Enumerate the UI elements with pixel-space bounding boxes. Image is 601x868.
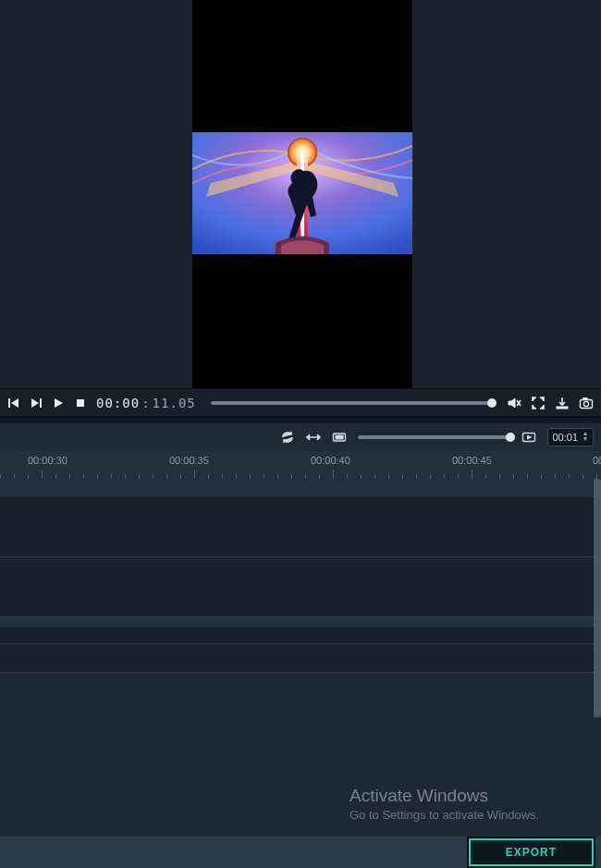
footer-bar: EXPORT — [0, 837, 601, 868]
mute-button[interactable] — [507, 396, 521, 410]
video-track-1[interactable] — [0, 497, 601, 556]
fit-width-icon[interactable] — [306, 430, 321, 445]
svg-marker-6 — [31, 398, 39, 408]
stop-button[interactable] — [74, 397, 87, 410]
ruler-label: 00:00:40 — [311, 455, 350, 466]
ruler-label: 00 — [593, 455, 601, 466]
timecode-current: 00:00 — [96, 396, 140, 410]
svg-marker-5 — [11, 398, 18, 408]
timeline-tracks[interactable] — [0, 479, 601, 837]
fullscreen-button[interactable] — [531, 396, 546, 410]
step-value: 00:01 — [552, 432, 578, 443]
export-frame-button[interactable] — [555, 396, 570, 410]
ruler-label: 00:00:35 — [169, 455, 209, 466]
preview-canvas — [192, 0, 412, 388]
preview-area — [0, 0, 601, 388]
svg-rect-7 — [40, 398, 42, 408]
first-frame-button[interactable] — [7, 397, 20, 410]
snapshot-button[interactable] — [579, 396, 594, 410]
seek-knob[interactable] — [487, 398, 497, 408]
play-button[interactable] — [52, 397, 65, 410]
transport-bar: 00:00 : 11.05 — [0, 388, 601, 418]
svg-point-15 — [583, 401, 588, 406]
ruler-label: 00:00:45 — [452, 455, 492, 466]
svg-rect-19 — [336, 435, 343, 439]
svg-marker-21 — [528, 435, 532, 439]
preview-quality-icon[interactable] — [521, 430, 536, 445]
scrollbar-thumb[interactable] — [594, 479, 601, 717]
timecode-sep: : — [141, 396, 150, 410]
track-gutter — [0, 479, 601, 497]
svg-rect-16 — [583, 397, 587, 399]
timeline-ruler[interactable]: 00:00:3000:00:3500:00:4000:00:4500 — [0, 451, 601, 479]
svg-rect-13 — [557, 407, 568, 409]
step-value-stepper[interactable]: 00:01 ▴ ▾ — [547, 428, 594, 446]
svg-rect-9 — [77, 399, 84, 407]
audio-track-1[interactable] — [0, 627, 601, 643]
video-track-2[interactable] — [0, 557, 601, 617]
zoom-slider[interactable] — [358, 435, 510, 439]
zoom-knob[interactable] — [506, 433, 515, 442]
svg-rect-4 — [8, 398, 10, 408]
tracks-scrollbar[interactable] — [594, 479, 601, 717]
letterbox-top — [192, 0, 412, 128]
audio-track-2[interactable] — [0, 644, 601, 672]
seek-bar[interactable] — [211, 401, 492, 405]
ruler-label: 00:00:30 — [28, 455, 67, 466]
timecode-total: 11.05 — [153, 396, 196, 410]
track-gutter — [0, 617, 601, 627]
timecode-display: 00:00 : 11.05 — [96, 396, 196, 410]
step-down-button[interactable]: ▾ — [582, 437, 589, 443]
export-button[interactable]: EXPORT — [469, 838, 594, 866]
timeline-toolstrip: 00:01 ▴ ▾ — [0, 423, 601, 451]
video-frame — [192, 132, 412, 254]
zoom-to-fit-icon[interactable] — [332, 430, 347, 445]
svg-marker-10 — [509, 398, 515, 408]
svg-marker-8 — [55, 398, 63, 408]
letterbox-bottom — [192, 261, 412, 388]
last-frame-button[interactable] — [30, 397, 43, 410]
refresh-icon[interactable] — [280, 430, 295, 445]
